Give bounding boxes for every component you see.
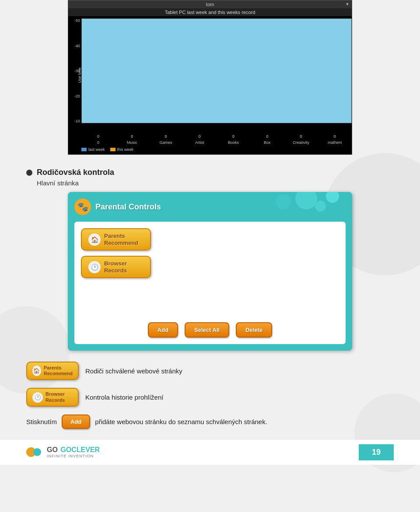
app-icon: 🐾 [74,199,91,215]
add-row-suffix: přidáte webovou stránku do seznamu schvá… [95,418,267,425]
select-all-button[interactable]: Select All [185,322,229,338]
legend-last-week: last week [81,147,105,152]
chart-plot-area [81,18,352,123]
bullet-point [26,170,32,176]
parents-recommend-button[interactable]: 🏠 Parents Recommend [81,228,151,251]
parents-recommend-label: Parents Recommend [104,233,138,246]
feature-browser-description: Kontrola historie prohlížení [85,394,163,401]
feature-parents-label: Parents Recommend [44,365,73,376]
feature-parents-recommend-btn: 🏠 Parents Recommend [26,362,79,380]
chart-user-label: tom [206,2,214,7]
app-bottom-buttons: Add Select All Delete [81,322,339,338]
logo-go: GO [47,446,58,453]
logo-circle-teal [33,448,41,456]
feature-browser-icon: 🕐 [32,392,43,403]
chart-x-values: 0 0 0 0 0 0 0 0 [68,134,352,139]
feature-parents-description: Rodiči schválené webové stránky [85,367,182,375]
app-screenshot: 🐾 Parental Controls 🏠 Parents Recommend … [68,192,352,351]
decorative-bubble-2 [276,194,291,209]
parents-recommend-icon: 🏠 [88,233,101,246]
chart-area: -50 -40 -30 -20 -10 Use time [68,16,352,134]
footer: GO GOCLEVER INFINITE INVENTION 19 [0,440,420,465]
feature-parents-recommend-row: 🏠 Parents Recommend Rodiči schválené web… [26,362,394,380]
browser-records-icon: 🕐 [88,261,101,273]
app-inner-panel: 🏠 Parents Recommend 🕐 Browser Records Ad… [74,222,346,344]
logo-goclever: GOCLEVER [60,446,100,453]
legend-box-this-week [110,148,116,151]
feature-parents-icon: 🏠 [32,366,41,376]
logo-circles [26,447,41,457]
chart-dropdown-arrow[interactable]: ▼ [345,2,350,7]
add-button[interactable]: Add [148,322,178,338]
legend-this-week: this week [110,147,134,152]
feature-browser-label: Browser Records [46,391,65,403]
feature-browser-records-row: 🕐 Browser Records Kontrola historie proh… [26,388,394,406]
decorative-bubble-4 [315,201,326,212]
section-header: Rodičovská kontrola [26,168,394,177]
chart-x-labels: 0 Music Games Artist Books Box Creativit… [68,139,352,146]
add-row-prefix: Stisknutím [26,418,57,425]
logo-subtitle: INFINITE INVENTION [47,454,100,458]
chart-user-bar: tom ▼ [68,0,352,8]
add-demo-button: Add [62,414,90,429]
chart-legend: last week this week [68,146,352,154]
footer-logo: GO GOCLEVER INFINITE INVENTION [26,446,100,458]
page-number: 19 [359,444,394,460]
feature-browser-records-btn: 🕐 Browser Records [26,388,79,406]
app-title: Parental Controls [95,202,161,212]
logo-name-row: GO GOCLEVER [47,446,100,454]
chart-title: Tablet PC last week and this weeks recor… [68,8,352,16]
legend-box-last-week [81,148,87,151]
delete-button[interactable]: Delete [236,322,272,338]
browser-records-button[interactable]: 🕐 Browser Records [81,256,151,278]
browser-records-label: Browser Records [104,260,127,274]
section-title: Rodičovská kontrola [37,168,114,177]
add-explanation-row: Stisknutím Add přidáte webovou stránku d… [26,414,394,429]
section-subtitle: Hlavní stránka [37,179,394,187]
logo-text-block: GO GOCLEVER INFINITE INVENTION [47,446,100,458]
chart-container: tom ▼ Tablet PC last week and this weeks… [68,0,352,155]
app-buttons-list: 🏠 Parents Recommend 🕐 Browser Records [81,228,339,313]
